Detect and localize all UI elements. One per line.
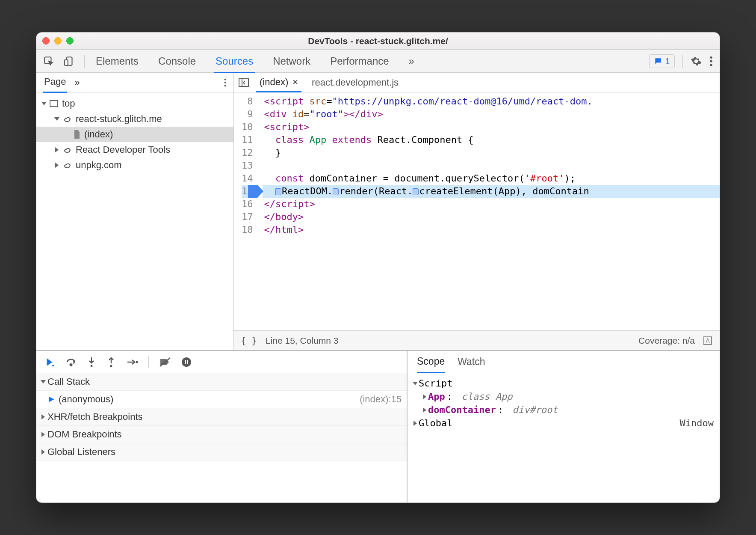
code-lines[interactable]: <script src="https://unpkg.com/react-dom… [263, 92, 720, 239]
dom-breakpoints-header[interactable]: DOM Breakpoints [36, 426, 407, 443]
chevron-right-icon [413, 421, 417, 426]
scope-group-type: Window [680, 418, 714, 428]
kebab-menu-icon[interactable] [709, 56, 713, 67]
file-tree: top react-stuck.glitch.me (index) React … [36, 92, 233, 350]
tab-elements[interactable]: Elements [94, 50, 140, 73]
navigator-tab-page[interactable]: Page [43, 73, 67, 93]
editor-statusbar: { } Line 15, Column 3 Coverage: n/a [234, 330, 720, 350]
divider [682, 55, 683, 68]
gear-icon[interactable] [691, 56, 702, 67]
tree-node-react-devtools[interactable]: React Developer Tools [36, 142, 233, 158]
tab-console[interactable]: Console [157, 50, 198, 73]
xhr-breakpoints-header[interactable]: XHR/fetch Breakpoints [36, 408, 407, 426]
tab-performance[interactable]: Performance [328, 50, 390, 73]
tree-label: unpkg.com [76, 160, 122, 171]
svg-rect-2 [65, 59, 68, 65]
divider [148, 356, 149, 368]
inspect-element-icon[interactable] [43, 56, 54, 67]
section-title: Call Stack [47, 376, 90, 387]
scope-tab[interactable]: Scope [417, 351, 445, 373]
svg-rect-20 [187, 360, 188, 364]
navigator-tab-more[interactable]: » [74, 77, 80, 88]
tree-label: top [62, 98, 75, 109]
call-stack-header[interactable]: Call Stack [36, 373, 407, 391]
svg-point-8 [224, 85, 226, 86]
chevron-right-icon [41, 432, 45, 437]
prop-name: App [428, 391, 445, 402]
frame-name: (anonymous) [59, 394, 113, 405]
debugger-left: Call Stack (anonymous) (index):15 XHR/fe… [36, 351, 408, 502]
chevron-right-icon [423, 394, 426, 399]
pretty-print-icon[interactable]: { } [241, 336, 257, 346]
toggle-navigator-icon[interactable] [238, 78, 249, 87]
call-stack-frame[interactable]: (anonymous) (index):15 [36, 391, 407, 408]
tab-network[interactable]: Network [271, 50, 312, 73]
line-gutter[interactable]: 89101112131415161718 [234, 92, 263, 239]
section-title: Global Listeners [47, 446, 115, 458]
source-map-icon[interactable] [703, 336, 713, 346]
svg-point-7 [224, 81, 226, 83]
scope-group-script[interactable]: Script [413, 377, 714, 390]
divider [84, 55, 85, 68]
editor-tab-react-dev[interactable]: react.development.js [308, 73, 402, 92]
svg-point-14 [91, 365, 93, 367]
close-window-button[interactable] [42, 37, 50, 45]
step-over-icon[interactable] [65, 357, 77, 368]
tab-more[interactable]: » [407, 50, 416, 73]
tree-node-unpkg[interactable]: unpkg.com [36, 158, 233, 173]
code-editor[interactable]: 89101112131415161718 <script src="https:… [234, 92, 720, 330]
svg-rect-19 [185, 360, 186, 364]
prop-name: domContainer [428, 404, 496, 415]
global-listeners-header[interactable]: Global Listeners [36, 443, 407, 461]
pause-on-exceptions-icon[interactable] [181, 357, 192, 367]
svg-point-15 [110, 365, 112, 367]
editor-area: (index) × react.development.js 891011121… [234, 73, 720, 350]
minimize-window-button[interactable] [54, 37, 62, 45]
tree-node-domain[interactable]: react-stuck.glitch.me [36, 111, 233, 127]
svg-point-4 [710, 60, 712, 62]
scope-tabs: Scope Watch [408, 351, 720, 373]
main-area: Page » top react-stuck.glitch.me [36, 73, 720, 350]
deactivate-breakpoints-icon[interactable] [159, 357, 171, 367]
editor-tab-label: react.development.js [312, 77, 399, 88]
debugger-sections: Call Stack (anonymous) (index):15 XHR/fe… [36, 373, 407, 502]
chevron-down-icon [413, 382, 418, 385]
editor-tabs: (index) × react.development.js [234, 73, 720, 92]
navigator-sidebar: Page » top react-stuck.glitch.me [36, 73, 234, 350]
scope-group-global[interactable]: Global Window [413, 416, 714, 430]
tab-sources[interactable]: Sources [214, 50, 255, 73]
issues-badge[interactable]: 1 [649, 54, 675, 68]
chevron-down-icon [41, 380, 46, 383]
step-out-icon[interactable] [106, 357, 116, 368]
chevron-down-icon [54, 117, 59, 121]
chevron-right-icon [423, 407, 426, 413]
cursor-position: Line 15, Column 3 [266, 336, 338, 346]
close-tab-icon[interactable]: × [292, 77, 298, 88]
navigator-header: Page » [36, 73, 233, 92]
scope-property[interactable]: App: class App [413, 390, 714, 403]
svg-point-13 [70, 364, 72, 366]
frame-location: (index):15 [360, 394, 402, 405]
prop-value: class App [461, 391, 512, 402]
scope-group-name: Script [419, 378, 452, 389]
tree-node-top[interactable]: top [36, 96, 233, 111]
chevron-right-icon [55, 147, 59, 152]
tree-label: react-stuck.glitch.me [76, 113, 162, 125]
section-title: XHR/fetch Breakpoints [47, 411, 143, 422]
tree-node-index[interactable]: (index) [36, 127, 233, 142]
editor-tab-index[interactable]: (index) × [256, 73, 301, 92]
step-into-icon[interactable] [87, 357, 96, 368]
maximize-window-button[interactable] [66, 37, 74, 45]
scope-property[interactable]: domContainer: div#root [413, 403, 714, 416]
device-toggle-icon[interactable] [64, 56, 75, 67]
scope-group-name: Global [419, 418, 452, 428]
chevron-right-icon [41, 449, 45, 455]
prop-value: div#root [512, 404, 558, 415]
resume-icon[interactable] [44, 357, 55, 368]
chevron-down-icon [41, 102, 47, 105]
step-icon[interactable] [126, 357, 138, 367]
devtools-toolbar: Elements Console Sources Network Perform… [36, 50, 720, 73]
kebab-menu-icon[interactable] [224, 78, 227, 87]
issues-count: 1 [665, 56, 670, 66]
watch-tab[interactable]: Watch [458, 351, 485, 373]
